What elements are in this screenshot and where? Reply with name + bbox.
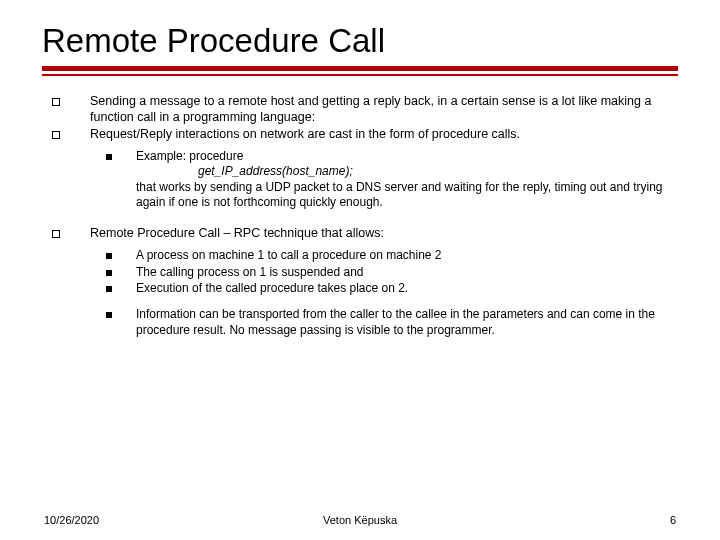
square-bullet-icon (52, 127, 90, 143)
sub-bullet-text: The calling process on 1 is suspended an… (136, 265, 668, 280)
sub-bullet-item: A process on machine 1 to call a procedu… (106, 248, 668, 263)
sub-bullet-text: A process on machine 1 to call a procedu… (136, 248, 668, 263)
sub-bullet-item: Execution of the called procedure takes … (106, 281, 668, 296)
sub-bullet-item: Example: procedure get_IP_address(host_n… (106, 149, 668, 210)
bullet-item: Remote Procedure Call – RPC technique th… (52, 226, 668, 242)
content-area: Sending a message to a remote host and g… (0, 86, 720, 338)
sub-bullet-text: Execution of the called procedure takes … (136, 281, 668, 296)
filled-square-bullet-icon (106, 149, 136, 210)
sub-bullet-text: Information can be transported from the … (136, 307, 668, 338)
sub-bullet-item: The calling process on 1 is suspended an… (106, 265, 668, 280)
example-code: get_IP_address(host_name); (136, 164, 668, 179)
square-bullet-icon (52, 226, 90, 242)
bullet-text: Request/Reply interactions on network ar… (90, 127, 668, 143)
bullet-item: Sending a message to a remote host and g… (52, 94, 668, 125)
example-lead: Example: procedure (136, 149, 243, 163)
example-tail: that works by sending a UDP packet to a … (136, 180, 662, 209)
slide-title: Remote Procedure Call (0, 0, 720, 66)
footer-page-number: 6 (465, 514, 676, 526)
square-bullet-icon (52, 94, 90, 125)
bullet-text: Remote Procedure Call – RPC technique th… (90, 226, 668, 242)
footer: 10/26/2020 Veton Këpuska 6 (0, 514, 720, 526)
title-underline (0, 66, 720, 86)
slide: Remote Procedure Call Sending a message … (0, 0, 720, 540)
filled-square-bullet-icon (106, 248, 136, 263)
bullet-text: Sending a message to a remote host and g… (90, 94, 668, 125)
footer-date: 10/26/2020 (44, 514, 255, 526)
filled-square-bullet-icon (106, 265, 136, 280)
filled-square-bullet-icon (106, 307, 136, 338)
filled-square-bullet-icon (106, 281, 136, 296)
sub-bullet-text: Example: procedure get_IP_address(host_n… (136, 149, 668, 210)
footer-author: Veton Këpuska (255, 514, 466, 526)
sub-bullet-item: Information can be transported from the … (106, 307, 668, 338)
bullet-item: Request/Reply interactions on network ar… (52, 127, 668, 143)
